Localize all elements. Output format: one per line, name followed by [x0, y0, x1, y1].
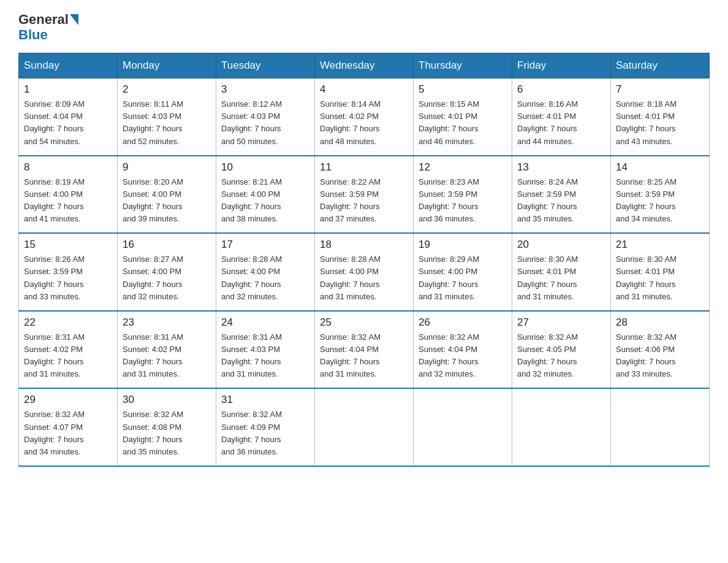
- day-number: 13: [517, 161, 605, 174]
- day-of-week-header: Monday: [118, 53, 216, 79]
- calendar-day-cell: 5Sunrise: 8:15 AMSunset: 4:01 PMDaylight…: [414, 79, 512, 156]
- calendar-week-row: 15Sunrise: 8:26 AMSunset: 3:59 PMDayligh…: [19, 233, 710, 311]
- day-info: Sunrise: 8:22 AMSunset: 3:59 PMDaylight:…: [320, 176, 408, 226]
- day-info: Sunrise: 8:16 AMSunset: 4:01 PMDaylight:…: [517, 98, 605, 148]
- calendar-day-cell: 19Sunrise: 8:29 AMSunset: 4:00 PMDayligh…: [414, 233, 512, 311]
- calendar-day-cell: 14Sunrise: 8:25 AMSunset: 3:59 PMDayligh…: [611, 156, 710, 234]
- day-number: 28: [616, 316, 704, 329]
- calendar-day-cell: [414, 388, 512, 466]
- day-info: Sunrise: 8:27 AMSunset: 4:00 PMDaylight:…: [123, 253, 211, 303]
- day-number: 31: [221, 394, 309, 406]
- calendar-table: SundayMondayTuesdayWednesdayThursdayFrid…: [18, 53, 710, 467]
- day-number: 18: [320, 239, 408, 251]
- calendar-day-cell: [315, 388, 414, 466]
- logo-arrow-icon: [70, 14, 78, 25]
- day-info: Sunrise: 8:28 AMSunset: 4:00 PMDaylight:…: [221, 253, 309, 303]
- day-info: Sunrise: 8:15 AMSunset: 4:01 PMDaylight:…: [419, 98, 507, 148]
- day-info: Sunrise: 8:23 AMSunset: 3:59 PMDaylight:…: [419, 176, 507, 226]
- calendar-day-cell: 13Sunrise: 8:24 AMSunset: 3:59 PMDayligh…: [512, 156, 611, 234]
- calendar-week-row: 29Sunrise: 8:32 AMSunset: 4:07 PMDayligh…: [19, 388, 710, 466]
- calendar-week-row: 8Sunrise: 8:19 AMSunset: 4:00 PMDaylight…: [19, 156, 710, 234]
- calendar-day-cell: 9Sunrise: 8:20 AMSunset: 4:00 PMDaylight…: [118, 156, 216, 234]
- logo-blue: Blue: [18, 27, 48, 43]
- day-number: 24: [221, 316, 309, 329]
- day-info: Sunrise: 8:30 AMSunset: 4:01 PMDaylight:…: [616, 253, 704, 303]
- calendar-day-cell: 23Sunrise: 8:31 AMSunset: 4:02 PMDayligh…: [118, 311, 216, 389]
- day-info: Sunrise: 8:32 AMSunset: 4:04 PMDaylight:…: [419, 331, 507, 381]
- day-number: 15: [24, 239, 112, 251]
- calendar-day-cell: 6Sunrise: 8:16 AMSunset: 4:01 PMDaylight…: [512, 79, 611, 156]
- calendar-day-cell: 2Sunrise: 8:11 AMSunset: 4:03 PMDaylight…: [118, 79, 216, 156]
- day-info: Sunrise: 8:28 AMSunset: 4:00 PMDaylight:…: [320, 253, 408, 303]
- day-number: 14: [616, 161, 704, 174]
- day-info: Sunrise: 8:24 AMSunset: 3:59 PMDaylight:…: [517, 176, 605, 226]
- calendar-day-cell: 8Sunrise: 8:19 AMSunset: 4:00 PMDaylight…: [19, 156, 118, 234]
- day-number: 17: [221, 239, 309, 251]
- calendar-day-cell: 28Sunrise: 8:32 AMSunset: 4:06 PMDayligh…: [611, 311, 710, 389]
- logo: General Blue: [18, 12, 78, 43]
- day-info: Sunrise: 8:31 AMSunset: 4:03 PMDaylight:…: [221, 331, 309, 381]
- calendar-day-cell: 4Sunrise: 8:14 AMSunset: 4:02 PMDaylight…: [315, 79, 414, 156]
- day-number: 11: [320, 161, 408, 174]
- day-number: 22: [24, 316, 112, 329]
- calendar-day-cell: 7Sunrise: 8:18 AMSunset: 4:01 PMDaylight…: [611, 79, 710, 156]
- calendar-day-cell: 3Sunrise: 8:12 AMSunset: 4:03 PMDaylight…: [216, 79, 315, 156]
- day-info: Sunrise: 8:32 AMSunset: 4:07 PMDaylight:…: [24, 408, 112, 458]
- day-info: Sunrise: 8:32 AMSunset: 4:09 PMDaylight:…: [221, 408, 309, 458]
- calendar-day-cell: 10Sunrise: 8:21 AMSunset: 4:00 PMDayligh…: [216, 156, 315, 234]
- day-info: Sunrise: 8:26 AMSunset: 3:59 PMDaylight:…: [24, 253, 112, 303]
- calendar-day-cell: 25Sunrise: 8:32 AMSunset: 4:04 PMDayligh…: [315, 311, 414, 389]
- calendar-day-cell: 20Sunrise: 8:30 AMSunset: 4:01 PMDayligh…: [512, 233, 611, 311]
- logo-general: General: [18, 12, 69, 27]
- calendar-day-cell: 21Sunrise: 8:30 AMSunset: 4:01 PMDayligh…: [611, 233, 710, 311]
- day-number: 2: [123, 83, 211, 96]
- calendar-day-cell: 1Sunrise: 8:09 AMSunset: 4:04 PMDaylight…: [19, 79, 118, 156]
- day-number: 8: [24, 161, 112, 174]
- day-info: Sunrise: 8:11 AMSunset: 4:03 PMDaylight:…: [123, 98, 211, 148]
- day-number: 12: [419, 161, 507, 174]
- day-of-week-header: Sunday: [19, 53, 118, 79]
- day-info: Sunrise: 8:25 AMSunset: 3:59 PMDaylight:…: [616, 176, 704, 226]
- calendar-day-cell: 27Sunrise: 8:32 AMSunset: 4:05 PMDayligh…: [512, 311, 611, 389]
- day-info: Sunrise: 8:12 AMSunset: 4:03 PMDaylight:…: [221, 98, 309, 148]
- day-number: 25: [320, 316, 408, 329]
- calendar-day-cell: 18Sunrise: 8:28 AMSunset: 4:00 PMDayligh…: [315, 233, 414, 311]
- day-number: 4: [320, 83, 408, 96]
- day-info: Sunrise: 8:31 AMSunset: 4:02 PMDaylight:…: [123, 331, 211, 381]
- day-info: Sunrise: 8:21 AMSunset: 4:00 PMDaylight:…: [221, 176, 309, 226]
- day-number: 21: [616, 239, 704, 251]
- page-header: General Blue: [18, 12, 710, 43]
- day-number: 6: [517, 83, 605, 96]
- calendar-day-cell: 29Sunrise: 8:32 AMSunset: 4:07 PMDayligh…: [19, 388, 118, 466]
- day-number: 3: [221, 83, 309, 96]
- calendar-week-row: 22Sunrise: 8:31 AMSunset: 4:02 PMDayligh…: [19, 311, 710, 389]
- day-number: 29: [24, 394, 112, 406]
- calendar-day-cell: [611, 388, 710, 466]
- day-of-week-header: Saturday: [611, 53, 710, 79]
- day-number: 23: [123, 316, 211, 329]
- day-info: Sunrise: 8:18 AMSunset: 4:01 PMDaylight:…: [616, 98, 704, 148]
- calendar-day-cell: 26Sunrise: 8:32 AMSunset: 4:04 PMDayligh…: [414, 311, 512, 389]
- calendar-day-cell: 22Sunrise: 8:31 AMSunset: 4:02 PMDayligh…: [19, 311, 118, 389]
- day-of-week-header: Wednesday: [315, 53, 414, 79]
- calendar-day-cell: 31Sunrise: 8:32 AMSunset: 4:09 PMDayligh…: [216, 388, 315, 466]
- day-number: 9: [123, 161, 211, 174]
- day-info: Sunrise: 8:31 AMSunset: 4:02 PMDaylight:…: [24, 331, 112, 381]
- day-info: Sunrise: 8:14 AMSunset: 4:02 PMDaylight:…: [320, 98, 408, 148]
- day-info: Sunrise: 8:29 AMSunset: 4:00 PMDaylight:…: [419, 253, 507, 303]
- day-of-week-header: Friday: [512, 53, 611, 79]
- day-number: 30: [123, 394, 211, 406]
- day-number: 19: [419, 239, 507, 251]
- day-info: Sunrise: 8:19 AMSunset: 4:00 PMDaylight:…: [24, 176, 112, 226]
- calendar-header-row: SundayMondayTuesdayWednesdayThursdayFrid…: [19, 53, 710, 79]
- day-info: Sunrise: 8:32 AMSunset: 4:06 PMDaylight:…: [616, 331, 704, 381]
- calendar-day-cell: 16Sunrise: 8:27 AMSunset: 4:00 PMDayligh…: [118, 233, 216, 311]
- day-of-week-header: Thursday: [414, 53, 512, 79]
- day-info: Sunrise: 8:32 AMSunset: 4:08 PMDaylight:…: [123, 408, 211, 458]
- day-info: Sunrise: 8:32 AMSunset: 4:05 PMDaylight:…: [517, 331, 605, 381]
- day-number: 26: [419, 316, 507, 329]
- day-info: Sunrise: 8:32 AMSunset: 4:04 PMDaylight:…: [320, 331, 408, 381]
- day-number: 20: [517, 239, 605, 251]
- day-number: 1: [24, 83, 112, 96]
- calendar-week-row: 1Sunrise: 8:09 AMSunset: 4:04 PMDaylight…: [19, 79, 710, 156]
